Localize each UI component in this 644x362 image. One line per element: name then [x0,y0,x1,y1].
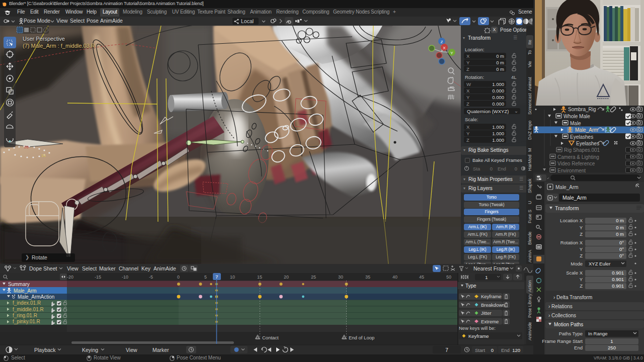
svg-text:1: 1 [485,275,488,280]
svg-text:Mode: Mode [571,261,583,266]
svg-text:Blende: Blende [527,231,532,245]
svg-text:f_pinky.01.R: f_pinky.01.R [13,319,40,324]
svg-text:HairMod: HairMod [527,155,532,171]
svg-text:Male_Arm: Male_Arm [562,195,587,201]
svg-text:Video Reference: Video Reference [557,161,595,166]
svg-text:Z: Z [580,283,583,289]
svg-text:XYZ Euler: XYZ Euler [589,261,610,266]
svg-text:Environment: Environment [557,168,586,173]
svg-text:Contact: Contact [262,335,279,340]
svg-text:Extreme: Extreme [481,319,499,324]
svg-text:-15: -15 [95,275,101,280]
svg-text:New keys will be:: New keys will be: [459,325,496,331]
svg-text:Y: Y [450,51,453,55]
svg-text:0°: 0° [619,253,624,258]
svg-text:15: 15 [257,275,262,280]
svg-text:Y: Y [580,246,583,252]
svg-text:25: 25 [311,275,316,280]
svg-text:Type: Type [465,283,476,289]
svg-text:Y: Y [580,277,583,282]
svg-text:AnimA: AnimA [527,250,532,262]
svg-text:Ite: Ite [527,40,532,45]
svg-text:Select: Select [82,265,97,272]
svg-text:› Relations: › Relations [548,304,573,309]
svg-text:0°: 0° [619,240,624,245]
svg-text:Keyframe: Keyframe [481,294,502,299]
svg-text:Marker: Marker [99,265,116,272]
svg-text:Frame Range Start: Frame Range Start [542,338,583,344]
svg-text:0 m: 0 m [616,218,624,223]
svg-text:Fuse S: Fuse S [527,210,532,223]
svg-text:1: 1 [610,338,613,344]
svg-text:Male_Arm: Male_Arm [555,185,579,190]
svg-text:View: View [67,265,78,272]
svg-text:-10: -10 [122,275,128,280]
svg-text:Summary: Summary [8,282,30,287]
svg-text:5: 5 [204,275,207,280]
svg-text:Keyframe: Keyframe [468,333,489,339]
svg-text:0.901: 0.901 [612,277,624,282]
svg-text:7: 7 [215,274,218,280]
svg-text:26: 26 [24,145,29,149]
svg-text:Whole Male: Whole Male [564,114,590,119]
svg-text:Paths Type: Paths Type [559,331,583,336]
svg-text:35: 35 [365,275,370,280]
svg-text:0°: 0° [619,246,624,252]
svg-text:50: 50 [446,275,451,280]
svg-text:Marker: Marker [152,347,169,353]
svg-text:0.901: 0.901 [612,270,624,276]
svg-text:Shapek: Shapek [527,178,532,193]
svg-text:Pose Library: Pose Library [527,294,532,318]
svg-text:250: 250 [608,345,616,350]
svg-text:Sombra_Rig: Sombra_Rig [568,107,596,112]
svg-text:Motion Paths: Motion Paths [554,322,583,327]
svg-text:View: View [126,347,137,353]
svg-text:Screencast: Screencast [527,93,532,115]
svg-text:Scale X: Scale X [566,270,583,276]
svg-text:f_index.01.R: f_index.01.R [13,300,41,306]
svg-text:Male_ArmAction: Male_ArmAction [18,294,54,300]
svg-text:Z: Z [441,40,443,44]
svg-text:Animat: Animat [527,76,532,91]
svg-text:End of Loop: End of Loop [349,335,374,340]
svg-text:Y: Y [580,225,583,230]
svg-text:› Collections: › Collections [548,313,576,318]
svg-text:AnimAide: AnimAide [153,265,176,272]
svg-text:0 m: 0 m [616,225,624,230]
svg-text:15: 15 [41,153,46,158]
svg-text:Z: Z [580,253,583,258]
svg-text:Keying: Keying [82,347,98,353]
svg-text:f_ring.01.R: f_ring.01.R [13,313,37,318]
svg-text:Transform: Transform [555,205,579,211]
svg-text:0: 0 [177,275,180,280]
svg-text:End: End [501,347,510,353]
svg-text:U: U [527,201,532,205]
svg-text:Eyelashes: Eyelashes [570,134,593,140]
svg-text:20: 20 [284,275,289,280]
svg-text:-5: -5 [149,275,153,280]
svg-text:Dope Sheet: Dope Sheet [29,265,57,272]
svg-text:0: 0 [491,347,494,353]
svg-text:Location X: Location X [560,218,583,223]
svg-text:Male: Male [570,121,581,126]
svg-text:In Range: In Range [588,331,608,336]
svg-text:DAZ Impo: DAZ Impo [527,120,532,140]
svg-text:AnimAide: AnimAide [527,322,532,340]
svg-text:Eyelashes: Eyelashes [576,141,599,146]
svg-text:120: 120 [512,347,520,353]
svg-text:› Delta Transform: › Delta Transform [553,295,592,300]
svg-text:Action: Action [527,280,532,292]
svg-text:45: 45 [419,275,424,280]
svg-text:Start: Start [475,347,485,353]
svg-text:30: 30 [338,275,343,280]
svg-text:X: X [443,46,446,50]
svg-text:To: To [527,50,532,55]
svg-text:M: M [527,148,532,152]
svg-text:Male_Arm: Male_Arm [575,127,598,133]
svg-text:End: End [574,345,583,350]
svg-text:Camera & Lighting: Camera & Lighting [557,154,599,160]
svg-text:Playback: Playback [34,347,56,353]
svg-text:f_middle.01.R: f_middle.01.R [13,307,44,312]
svg-text:0.901: 0.901 [612,283,624,289]
svg-text:0 m: 0 m [616,231,624,237]
